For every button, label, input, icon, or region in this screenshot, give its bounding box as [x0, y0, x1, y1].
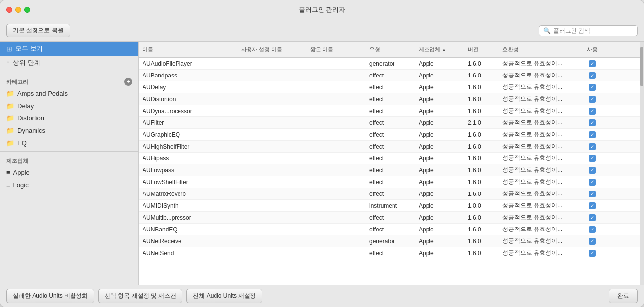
cell-maker: Apple: [415, 201, 464, 211]
sidebar-item-delay[interactable]: 📁 Delay: [0, 100, 138, 112]
category-section-header: 카테고리 +: [0, 74, 138, 87]
maximize-button[interactable]: [24, 7, 30, 13]
use-checkbox[interactable]: ✓: [589, 214, 596, 221]
cell-use[interactable]: ✓: [577, 59, 607, 69]
cell-type: effect: [365, 248, 415, 258]
cell-name: AUDyna...rocessor: [139, 106, 237, 116]
use-checkbox[interactable]: ✓: [589, 84, 596, 91]
cell-use[interactable]: ✓: [577, 213, 607, 223]
use-checkbox[interactable]: ✓: [589, 119, 596, 126]
use-checkbox[interactable]: ✓: [589, 60, 596, 67]
sidebar-item-distortion[interactable]: 📁 Distortion: [0, 112, 138, 124]
cell-use[interactable]: ✓: [577, 225, 607, 234]
table-row[interactable]: AUMIDISynth instrument Apple 1.0.0 성공적으로…: [139, 200, 640, 212]
cell-use[interactable]: ✓: [577, 142, 607, 152]
sidebar-item-amps[interactable]: 📁 Amps and Pedals: [0, 87, 138, 100]
use-checkbox[interactable]: ✓: [589, 155, 596, 162]
table-row[interactable]: AUHighShelfFilter effect Apple 1.6.0 성공적…: [139, 141, 640, 153]
table-row[interactable]: AULowpass effect Apple 1.6.0 성공적으로 유효성이.…: [139, 164, 640, 176]
sidebar-item-dynamics[interactable]: 📁 Dynamics: [0, 124, 138, 137]
traffic-lights: [6, 7, 30, 13]
sidebar-view-all[interactable]: ⊞ 모두 보기: [0, 42, 138, 56]
cell-use[interactable]: ✓: [577, 189, 607, 199]
cell-use[interactable]: ✓: [577, 248, 607, 258]
use-checkbox[interactable]: ✓: [589, 72, 596, 79]
cell-user: [237, 181, 306, 184]
use-checkbox[interactable]: ✓: [589, 167, 596, 174]
table-row[interactable]: AUNetSend effect Apple 1.6.0 성공적으로 유효성이.…: [139, 247, 640, 259]
cell-version: 1.6.0: [464, 130, 499, 140]
minimize-button[interactable]: [15, 7, 21, 13]
cell-user: [237, 133, 306, 136]
cell-name: AUMatrixReverb: [139, 189, 237, 199]
use-checkbox[interactable]: ✓: [589, 143, 596, 150]
table-row[interactable]: AULowShelfFilter effect Apple 1.6.0 성공적으…: [139, 176, 640, 188]
cell-use[interactable]: ✓: [577, 106, 607, 116]
table-row[interactable]: AUAudioFilePlayer generator Apple 1.6.0 …: [139, 58, 640, 70]
cell-use[interactable]: ✓: [577, 82, 607, 92]
cell-user: [237, 192, 306, 195]
cell-use[interactable]: ✓: [577, 165, 607, 175]
cell-compat: 성공적으로 유효성이...: [499, 212, 577, 223]
folder-icon: 📁: [6, 115, 14, 122]
deactivate-failed-button[interactable]: 실패한 Audio Units 비활성화: [6, 289, 94, 303]
use-checkbox[interactable]: ✓: [589, 179, 596, 186]
close-button[interactable]: [6, 7, 12, 13]
list-icon: ≡: [6, 169, 10, 176]
cell-user: [237, 252, 306, 255]
use-checkbox[interactable]: ✓: [589, 131, 596, 138]
sidebar-item-logic[interactable]: ≡ Logic: [0, 179, 138, 191]
table-row[interactable]: AUDistortion effect Apple 1.6.0 성공적으로 유효…: [139, 93, 640, 105]
search-input[interactable]: [553, 27, 632, 34]
main-content: ⊞ 모두 보기 ↑ 상위 단계 카테고리 + 📁 Amps and Pedals…: [0, 42, 644, 285]
toolbar: 기본 설정으로 복원 🔍: [0, 19, 644, 42]
table-row[interactable]: AUGraphicEQ effect Apple 1.6.0 성공적으로 유효성…: [139, 129, 640, 141]
use-checkbox[interactable]: ✓: [589, 191, 596, 197]
use-checkbox[interactable]: ✓: [589, 238, 596, 245]
reset-all-button[interactable]: 전체 Audio Units 재설정: [186, 289, 262, 303]
add-category-button[interactable]: +: [124, 78, 132, 86]
table-row[interactable]: AUFilter effect Apple 2.1.0 성공적으로 유효성이..…: [139, 117, 640, 129]
restore-defaults-button[interactable]: 기본 설정으로 복원: [6, 24, 70, 37]
table-row[interactable]: AUBandpass effect Apple 1.6.0 성공적으로 유효성이…: [139, 70, 640, 81]
cell-user: [237, 74, 306, 77]
cell-use[interactable]: ✓: [577, 130, 607, 140]
table-row[interactable]: AUHipass effect Apple 1.6.0 성공적으로 유효성이..…: [139, 153, 640, 164]
cell-use[interactable]: ✓: [577, 177, 607, 187]
table-row[interactable]: AUDyna...rocessor effect Apple 1.6.0 성공적…: [139, 105, 640, 117]
table-row[interactable]: AUMultib...pressor effect Apple 1.6.0 성공…: [139, 212, 640, 224]
use-checkbox[interactable]: ✓: [589, 108, 596, 115]
cell-use[interactable]: ✓: [577, 94, 607, 104]
done-button[interactable]: 완료: [609, 289, 638, 303]
table-row[interactable]: AUNBandEQ effect Apple 1.6.0 성공적으로 유효성이.…: [139, 224, 640, 235]
sidebar-item-apple[interactable]: ≡ Apple: [0, 166, 138, 179]
cell-maker: Apple: [415, 142, 464, 152]
cell-user: [237, 110, 306, 113]
use-checkbox[interactable]: ✓: [589, 96, 596, 103]
cell-use[interactable]: ✓: [577, 118, 607, 128]
cell-compat: 성공적으로 유효성이...: [499, 129, 577, 140]
up-arrow-icon: ↑: [6, 59, 10, 67]
table-row[interactable]: AUMatrixReverb effect Apple 1.6.0 성공적으로 …: [139, 188, 640, 200]
table-row[interactable]: AUDelay effect Apple 1.6.0 성공적으로 유효성이...…: [139, 81, 640, 93]
cell-maker: Apple: [415, 248, 464, 258]
cell-use[interactable]: ✓: [577, 201, 607, 211]
table-row[interactable]: AUNetReceive generator Apple 1.6.0 성공적으로…: [139, 235, 640, 247]
rescan-button[interactable]: 선택 항목 재설정 및 재스캔: [98, 289, 182, 303]
sidebar-up-level[interactable]: ↑ 상위 단계: [0, 56, 138, 70]
cell-compat: 성공적으로 유효성이...: [499, 117, 577, 128]
cell-use[interactable]: ✓: [577, 236, 607, 246]
cell-use[interactable]: ✓: [577, 71, 607, 80]
cell-user: [237, 121, 306, 124]
use-checkbox[interactable]: ✓: [589, 250, 596, 257]
scrollbar-thumb[interactable]: [640, 47, 643, 86]
cell-compat: 성공적으로 유효성이...: [499, 235, 577, 247]
cell-type: effect: [365, 213, 415, 223]
cell-compat: 성공적으로 유효성이...: [499, 58, 577, 69]
sidebar-item-eq[interactable]: 📁 EQ: [0, 137, 138, 149]
use-checkbox[interactable]: ✓: [589, 202, 596, 209]
use-checkbox[interactable]: ✓: [589, 226, 596, 233]
scrollbar[interactable]: [640, 42, 644, 285]
cell-type: effect: [365, 94, 415, 104]
cell-use[interactable]: ✓: [577, 154, 607, 163]
